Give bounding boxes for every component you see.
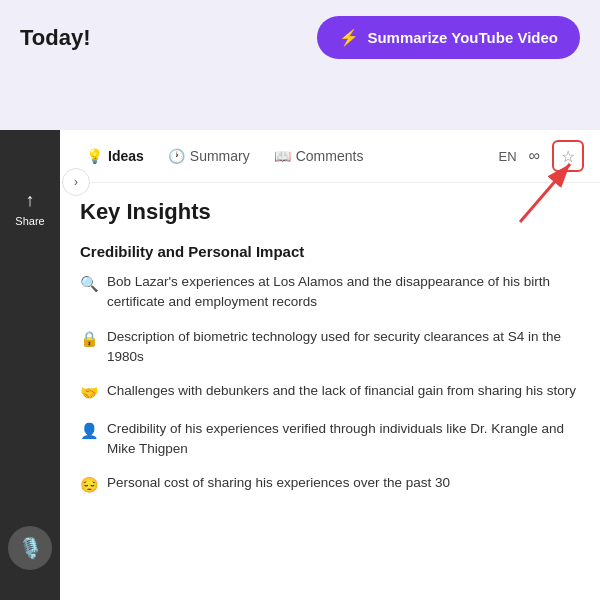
insight-emoji: 😔 <box>80 474 99 497</box>
share-icon: ↑ <box>25 190 34 211</box>
section-title: Key Insights <box>80 199 580 225</box>
tab-ideas[interactable]: 💡 Ideas <box>76 143 154 169</box>
tab-bar: 💡 Ideas 🕐 Summary 📖 Comments EN ∞ ☆ <box>60 130 600 183</box>
tab-comments[interactable]: 📖 Comments <box>264 143 374 169</box>
language-badge: EN <box>499 149 517 164</box>
insight-emoji: 🔒 <box>80 328 99 351</box>
comments-icon: 📖 <box>274 148 291 164</box>
insight-item: 😔 Personal cost of sharing his experienc… <box>80 473 580 497</box>
expand-button[interactable]: › <box>62 168 90 196</box>
share-button[interactable]: ↑ Share <box>15 190 44 227</box>
left-panel: ↑ Share 🎙️ <box>0 130 60 600</box>
insight-item: 👤 Credibility of his experiences verifie… <box>80 419 580 460</box>
main-panel: 💡 Ideas 🕐 Summary 📖 Comments EN ∞ ☆ Key … <box>60 130 600 600</box>
insight-item: 🤝 Challenges with debunkers and the lack… <box>80 381 580 405</box>
star-icon: ☆ <box>561 147 575 166</box>
tab-summary[interactable]: 🕐 Summary <box>158 143 260 169</box>
chevron-right-icon: › <box>74 175 78 189</box>
summary-icon: 🕐 <box>168 148 185 164</box>
today-label: Today! <box>20 25 90 51</box>
star-button[interactable]: ☆ <box>552 140 584 172</box>
subsection-title: Credibility and Personal Impact <box>80 243 580 260</box>
insight-emoji: 🤝 <box>80 382 99 405</box>
ideas-icon: 💡 <box>86 148 103 164</box>
insight-item: 🔒 Description of biometric technology us… <box>80 327 580 368</box>
bolt-icon: ⚡ <box>339 28 359 47</box>
insight-emoji: 🔍 <box>80 273 99 296</box>
avatar: 🎙️ <box>8 526 52 570</box>
link-icon[interactable]: ∞ <box>529 147 540 165</box>
content-area: Key Insights Credibility and Personal Im… <box>60 183 600 600</box>
summarize-button[interactable]: ⚡ Summarize YouTube Video <box>317 16 580 59</box>
insight-item: 🔍 Bob Lazar's experiences at Los Alamos … <box>80 272 580 313</box>
top-bar: Today! ⚡ Summarize YouTube Video <box>0 0 600 71</box>
insight-emoji: 👤 <box>80 420 99 443</box>
